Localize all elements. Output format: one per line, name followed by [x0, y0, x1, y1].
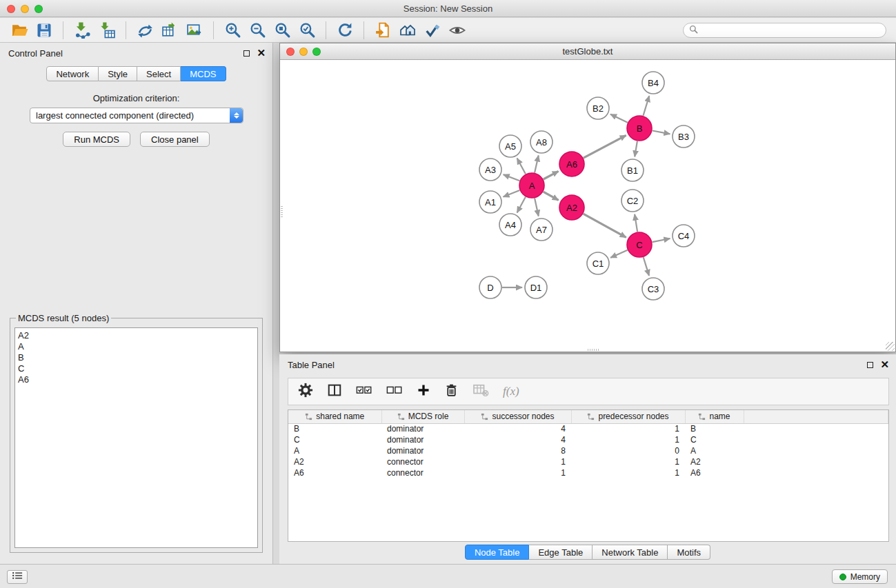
- tab-node-table[interactable]: Node Table: [465, 545, 530, 560]
- zoom-network-window-button[interactable]: [312, 48, 321, 56]
- show-columns-button[interactable]: [327, 383, 342, 401]
- network-window-titlebar[interactable]: testGlobe.txt: [280, 43, 895, 60]
- graph-node-A7[interactable]: A7: [530, 219, 552, 241]
- tab-network[interactable]: Network: [46, 66, 99, 81]
- graph-edge-C-C3[interactable]: [644, 257, 649, 276]
- tab-motifs[interactable]: Motifs: [668, 545, 710, 560]
- graph-node-C2[interactable]: C2: [621, 190, 644, 212]
- graph-node-B3[interactable]: B3: [673, 125, 695, 148]
- close-window-button[interactable]: [7, 5, 15, 13]
- graph-node-C4[interactable]: C4: [673, 225, 695, 247]
- graph-node-B[interactable]: B: [627, 116, 652, 141]
- column-header-mcds-role[interactable]: MCDS role: [381, 410, 464, 423]
- graph-edge-C-C4[interactable]: [653, 239, 670, 242]
- graph-node-A[interactable]: A: [519, 173, 544, 198]
- table-row[interactable]: A2connector11A2: [288, 456, 888, 467]
- minimize-network-window-button[interactable]: [299, 48, 308, 56]
- float-table-panel-button[interactable]: [867, 360, 873, 370]
- zoom-in-button[interactable]: [220, 20, 245, 41]
- graph-node-C1[interactable]: C1: [587, 252, 609, 274]
- column-header-name[interactable]: name: [685, 410, 744, 423]
- save-session-button[interactable]: [32, 20, 57, 41]
- resize-grip[interactable]: [886, 342, 895, 351]
- graph-edge-A-A6[interactable]: [544, 171, 559, 179]
- create-column-button[interactable]: [417, 383, 430, 400]
- delete-table-button[interactable]: [472, 383, 489, 400]
- close-network-window-button[interactable]: [286, 48, 295, 56]
- graph-edge-A-A7[interactable]: [535, 199, 539, 216]
- import-network-from-file-button[interactable]: [70, 20, 94, 41]
- graph-node-C[interactable]: C: [627, 232, 652, 257]
- tab-edge-table[interactable]: Edge Table: [529, 545, 593, 560]
- graph-edge-A-A3[interactable]: [504, 174, 520, 181]
- graph-edge-A-A8[interactable]: [535, 156, 539, 173]
- table-row[interactable]: Cdominator41C: [288, 434, 888, 445]
- graph-edge-A-A2[interactable]: [544, 192, 559, 200]
- graph-edge-B-B2[interactable]: [610, 114, 628, 123]
- tab-style[interactable]: Style: [99, 66, 137, 81]
- zoom-out-button[interactable]: [245, 20, 270, 41]
- mcds-result-item[interactable]: C: [18, 363, 255, 374]
- delete-column-button[interactable]: [444, 383, 459, 401]
- graph-node-A2[interactable]: A2: [559, 195, 584, 220]
- show-graphics-details-button[interactable]: [445, 20, 470, 41]
- resize-grip[interactable]: [588, 349, 600, 351]
- graph-node-A1[interactable]: A1: [479, 191, 501, 213]
- graph-node-A6[interactable]: A6: [559, 152, 584, 176]
- column-header-successor-nodes[interactable]: successor nodes: [464, 410, 571, 423]
- graph-node-C3[interactable]: C3: [642, 278, 664, 300]
- graph-node-B1[interactable]: B1: [621, 159, 644, 181]
- graph-node-B4[interactable]: B4: [642, 72, 664, 94]
- graph-edge-B-B4[interactable]: [644, 96, 650, 116]
- mcds-result-list[interactable]: A2ABCA6: [14, 327, 258, 548]
- graph-node-A4[interactable]: A4: [499, 214, 521, 236]
- refresh-layout-button[interactable]: [332, 20, 357, 41]
- graph-edge-B-B1[interactable]: [635, 141, 637, 157]
- graph-edge-A-A1[interactable]: [504, 190, 520, 197]
- run-mcds-button[interactable]: Run MCDS: [63, 132, 130, 147]
- function-builder-button[interactable]: f(x): [503, 385, 519, 398]
- graph-node-A3[interactable]: A3: [479, 159, 501, 181]
- minimize-window-button[interactable]: [21, 5, 29, 13]
- resize-grip[interactable]: [281, 206, 283, 219]
- export-image-button[interactable]: [182, 20, 207, 41]
- zoom-selected-button[interactable]: [295, 20, 319, 41]
- tab-mcds[interactable]: MCDS: [181, 66, 226, 81]
- graph-node-A5[interactable]: A5: [499, 135, 521, 157]
- zoom-window-button[interactable]: [34, 5, 43, 13]
- graph-node-D[interactable]: D: [479, 276, 501, 298]
- graph-edge-C-C2[interactable]: [635, 214, 637, 232]
- table-settings-button[interactable]: [298, 383, 313, 401]
- graph-edge-B-B3[interactable]: [653, 131, 670, 134]
- graph-edge-A6-B[interactable]: [584, 135, 626, 158]
- table-row[interactable]: Adominator80A: [288, 445, 888, 456]
- mcds-result-item[interactable]: A: [18, 341, 255, 352]
- home-button[interactable]: [395, 20, 420, 41]
- graph-edge-C-C1[interactable]: [610, 250, 628, 258]
- close-panel-button[interactable]: ✕: [257, 48, 266, 59]
- graph-node-B2[interactable]: B2: [587, 97, 609, 119]
- mcds-result-item[interactable]: B: [18, 352, 255, 363]
- search-input[interactable]: [701, 26, 880, 35]
- open-network-button[interactable]: [7, 20, 32, 41]
- graph-edge-A-A5[interactable]: [517, 159, 526, 174]
- import-table-from-file-button[interactable]: [94, 20, 119, 41]
- graph-edge-A-A4[interactable]: [517, 197, 526, 213]
- table-row[interactable]: Bdominator41B: [288, 423, 888, 434]
- close-panel-action-button[interactable]: Close panel: [140, 132, 210, 147]
- graph-edge-A2-C[interactable]: [584, 214, 626, 237]
- mcds-result-item[interactable]: A2: [18, 330, 255, 341]
- graph-node-A8[interactable]: A8: [530, 131, 552, 153]
- new-network-button[interactable]: [132, 20, 157, 41]
- tab-network-table[interactable]: Network Table: [593, 545, 668, 560]
- float-panel-button[interactable]: [243, 48, 250, 59]
- memory-button[interactable]: Memory: [832, 569, 888, 584]
- open-session-file-button[interactable]: [370, 20, 395, 41]
- show-panels-button[interactable]: [7, 570, 28, 584]
- tab-select[interactable]: Select: [137, 66, 181, 81]
- graph-node-D1[interactable]: D1: [525, 276, 547, 298]
- mcds-result-item[interactable]: A6: [18, 374, 255, 385]
- search-field[interactable]: [683, 23, 886, 38]
- close-table-panel-button[interactable]: ✕: [880, 359, 889, 370]
- column-header-shared-name[interactable]: shared name: [288, 410, 381, 423]
